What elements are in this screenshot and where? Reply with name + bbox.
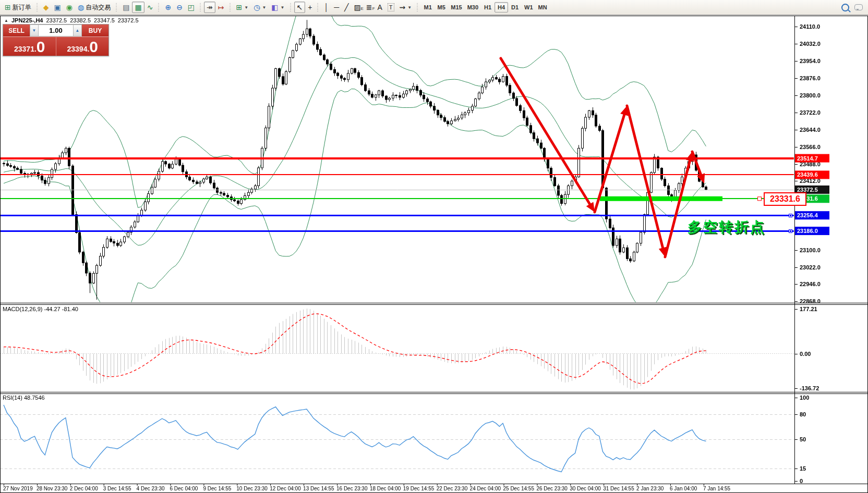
template-icon: ◧ [271,4,278,11]
auto-scroll-button[interactable]: ↠ [204,2,215,13]
chat-icon[interactable] [854,4,863,10]
volume-decrease-button[interactable]: ▼ [30,24,39,36]
auto-trading-button-label: 自动交易 [86,3,111,12]
toolbar-separator [416,2,419,13]
timeframe-d1-button[interactable]: D1 [508,2,522,13]
bar-chart-button[interactable]: ▤ [120,2,132,13]
templates-button[interactable]: ◧▼ [269,2,287,13]
toolbar-separator [316,2,320,13]
candlestick-chart-button[interactable]: ▦ [132,2,144,13]
timeframe-m5-button[interactable]: M5 [435,2,448,13]
search-icon[interactable] [841,4,849,11]
buy-price-button[interactable]: 23394.0 [56,37,109,56]
vertical-line-button[interactable]: │ [321,2,331,13]
zoom-out-icon: ⊖ [176,4,183,11]
ohlc-high-value: 23382.5 [70,17,91,23]
bar-chart-icon: ▤ [123,4,129,11]
horizontal-line-icon: ─ [334,4,339,11]
periods-button[interactable]: ◷▼ [251,2,269,13]
equidistant-channel-button[interactable]: ▨E [352,2,364,13]
sell-price-pip-digit: 0 [37,39,45,55]
macd-indicator-label: MACD(12,26,9) -44.27 -81.40 [3,306,78,312]
funnel-icon: ◆ [43,4,49,11]
cursor-icon: ↖ [297,4,303,11]
dropdown-caret-icon: ▼ [244,5,248,10]
toolbar-separator [35,2,39,13]
market-watch-button[interactable]: ▣ [52,2,64,13]
globe-icon: ◍ [78,4,84,11]
auto-trading-button[interactable]: ◍自动交易 [75,2,113,13]
signals-button[interactable]: ◉ [64,2,75,13]
toolbar-separator [289,2,293,13]
text-icon: A [378,4,382,11]
signal-icon: ◉ [66,4,73,11]
horizontal-line-button[interactable]: ─ [331,2,342,13]
mt4-window: ⊞新订单◆▣◉◍自动交易▤▦∿⊕⊖◰↠↦⊞▼◷▼◧▼↖+│─╱▨E≣FAT⇝▼M… [0,0,868,493]
timeframe-h1-button[interactable]: H1 [481,2,495,13]
add-indicator-icon: ⊞ [236,4,243,11]
chart-shift-button[interactable]: ↦ [215,2,227,13]
price-callout-label[interactable]: 23331.6 [764,192,806,206]
crosshair-icon: + [308,4,312,11]
timeframe-mn-button[interactable]: MN [536,2,550,13]
new-order-button-label: 新订单 [13,3,31,12]
styler-button[interactable]: ◆ [41,2,52,13]
arrows-button[interactable]: ⇝▼ [397,2,415,13]
vertical-line-icon: │ [324,4,329,11]
line-chart-icon: ∿ [147,4,153,11]
trendline-button[interactable]: ╱ [342,2,351,13]
new-order-button[interactable]: ⊞新订单 [2,2,34,13]
rsi-indicator-label: RSI(14) 48.7546 [3,395,45,401]
ohlc-close-value: 23372.5 [118,17,139,23]
clock-icon: ◷ [254,4,260,11]
sell-price-button[interactable]: 23371.0 [3,37,56,56]
fibonacci-icon: ≣F [366,4,372,11]
indicators-button[interactable]: ⊞▼ [234,2,251,13]
timeframe-m15-button[interactable]: M15 [448,2,464,13]
volume-increase-button[interactable]: ▲ [73,24,82,36]
channel-icon: ▨E [354,4,361,11]
candlestick-chart-icon: ▦ [135,4,141,11]
toolbar-right-icons [841,4,866,11]
price-chart-canvas[interactable] [0,0,868,493]
timeframe-m30-button[interactable]: M30 [465,2,481,13]
dropdown-caret-icon: ▼ [281,5,285,10]
toolbar-separator [157,2,161,13]
text-label-button[interactable]: T [385,2,397,13]
toolbar-separator [115,2,118,13]
text-label-icon: T [388,3,394,11]
buy-button[interactable]: BUY [82,24,108,36]
crosshair-button[interactable]: + [305,2,315,13]
text-button[interactable]: A [375,2,385,13]
chart-title: ▲ JPN225-,H4 23372.5 23382.5 23347.5 233… [4,17,139,23]
tile-windows-icon: ◰ [188,4,195,11]
timeframe-h4-button[interactable]: H4 [495,2,508,13]
cursor-button[interactable]: ↖ [294,2,306,13]
new-order-icon: ⊞ [5,4,11,11]
sell-button[interactable]: SELL [3,24,30,36]
dropdown-caret-icon: ▼ [407,5,412,10]
main-toolbar: ⊞新订单◆▣◉◍自动交易▤▦∿⊕⊖◰↠↦⊞▼◷▼◧▼↖+│─╱▨E≣FAT⇝▼M… [0,0,868,15]
zoom-out-button[interactable]: ⊖ [174,2,185,13]
auto-scroll-icon: ↠ [207,4,213,11]
tile-windows-button[interactable]: ◰ [185,2,197,13]
zoom-in-button[interactable]: ⊕ [162,2,174,13]
sell-price-base: 23371. [14,43,37,55]
dropdown-caret-icon: ▼ [262,5,266,10]
turning-point-annotation[interactable]: 多空转折点 [688,218,766,237]
toolbar-separator [228,2,232,13]
one-click-trade-panel: SELL ▼ 1.00 ▲ BUY 23371.0 23394.0 [3,24,109,56]
line-chart-button[interactable]: ∿ [144,2,156,13]
arrow-objects-icon: ⇝ [400,4,406,11]
timeframe-m1-button[interactable]: M1 [421,2,435,13]
profile-chart-icon: ▣ [54,4,61,11]
chart-shift-icon: ↦ [218,4,224,11]
ohlc-low-value: 23347.5 [94,17,115,23]
trendline-icon: ╱ [344,4,348,11]
fibonacci-button[interactable]: ≣F [364,2,375,13]
zoom-in-icon: ⊕ [165,4,171,11]
buy-price-base: 23394. [67,43,89,55]
timeframe-w1-button[interactable]: W1 [522,2,536,13]
collapse-triangle-icon[interactable]: ▲ [4,18,8,23]
volume-input[interactable]: 1.00 [39,24,73,36]
